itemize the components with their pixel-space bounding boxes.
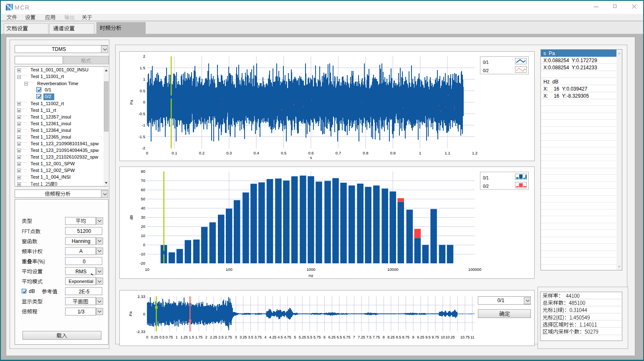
- svg-text:-2: -2: [142, 146, 145, 150]
- svg-text:0.5: 0.5: [140, 88, 145, 93]
- svg-text:3: 3: [235, 335, 237, 339]
- svg-text:0.7: 0.7: [336, 151, 341, 155]
- svg-text:2.25: 2.25: [210, 335, 217, 339]
- svg-text:2: 2: [143, 54, 145, 58]
- svg-text:6.5: 6.5: [337, 335, 342, 339]
- svg-text:11: 11: [470, 335, 474, 339]
- svg-text:Pa: Pa: [129, 99, 134, 104]
- svg-text:Pa: Pa: [128, 311, 133, 316]
- svg-text:1.75: 1.75: [195, 335, 203, 339]
- svg-text:5.75: 5.75: [313, 335, 321, 339]
- svg-text:4.5: 4.5: [278, 335, 283, 339]
- svg-text:-2.33: -2.33: [136, 329, 145, 334]
- svg-text:100000: 100000: [468, 267, 482, 272]
- svg-text:0.25: 0.25: [151, 335, 158, 339]
- svg-text:0: 0: [146, 151, 148, 155]
- svg-text:5: 5: [294, 335, 296, 339]
- svg-text:2.5: 2.5: [218, 335, 224, 339]
- svg-text:1000: 1000: [306, 267, 315, 272]
- svg-text:8.25: 8.25: [387, 335, 395, 339]
- svg-text:0.3: 0.3: [226, 151, 232, 155]
- svg-text:-1: -1: [142, 123, 145, 127]
- svg-text:Hz: Hz: [308, 273, 313, 278]
- svg-text:3.5: 3.5: [248, 335, 253, 339]
- svg-text:10: 10: [145, 267, 149, 272]
- svg-text:40: 40: [141, 206, 145, 210]
- svg-text:7.25: 7.25: [358, 335, 365, 339]
- svg-text:0.1: 0.1: [172, 151, 177, 155]
- svg-text:6: 6: [323, 335, 326, 339]
- svg-text:9.75: 9.75: [432, 335, 439, 339]
- svg-text:1: 1: [419, 151, 421, 155]
- svg-text:-0.5: -0.5: [139, 111, 145, 116]
- svg-text:10000: 10000: [387, 267, 398, 272]
- svg-text:100: 100: [226, 267, 232, 272]
- svg-text:10: 10: [441, 335, 445, 339]
- svg-text:9: 9: [412, 335, 414, 339]
- svg-text:0.5: 0.5: [281, 151, 286, 155]
- svg-text:3.75: 3.75: [254, 335, 262, 339]
- svg-text:0: 0: [143, 242, 145, 247]
- svg-text:4.25: 4.25: [269, 335, 277, 339]
- svg-text:-20: -20: [139, 261, 145, 265]
- svg-text:dB: dB: [129, 215, 134, 220]
- svg-text:0: 0: [143, 312, 145, 316]
- svg-text:0.2: 0.2: [199, 151, 205, 155]
- svg-text:0.4: 0.4: [254, 151, 259, 155]
- svg-text:1: 1: [143, 77, 145, 81]
- svg-text:0.8: 0.8: [363, 151, 368, 155]
- svg-text:0.9: 0.9: [390, 151, 396, 155]
- svg-text:4.75: 4.75: [284, 335, 291, 339]
- svg-text:20: 20: [141, 224, 145, 229]
- svg-text:1.25: 1.25: [180, 335, 188, 339]
- svg-text:-10: -10: [139, 252, 145, 256]
- svg-text:0.6: 0.6: [308, 151, 313, 155]
- svg-text:s: s: [310, 155, 312, 160]
- svg-text:7: 7: [353, 335, 355, 339]
- svg-text:8.5: 8.5: [396, 335, 401, 339]
- svg-text:2.75: 2.75: [225, 335, 232, 339]
- svg-text:10.25: 10.25: [445, 335, 455, 339]
- svg-text:2: 2: [205, 335, 207, 339]
- svg-text:80: 80: [141, 169, 145, 174]
- svg-text:30: 30: [141, 215, 145, 220]
- svg-text:5.25: 5.25: [299, 335, 306, 339]
- svg-text:0/2: 0/2: [483, 184, 489, 189]
- svg-text:9.25: 9.25: [417, 335, 424, 339]
- svg-text:1.5: 1.5: [140, 66, 145, 70]
- svg-text:6.25: 6.25: [328, 335, 336, 339]
- svg-text:1: 1: [176, 335, 178, 339]
- svg-text:7.5: 7.5: [366, 335, 372, 339]
- svg-text:10.75: 10.75: [460, 335, 470, 339]
- svg-text:0.5: 0.5: [159, 335, 165, 339]
- svg-text:9.5: 9.5: [425, 335, 431, 339]
- svg-text:8.75: 8.75: [402, 335, 410, 339]
- svg-text:50: 50: [141, 197, 145, 201]
- svg-text:3.25: 3.25: [240, 335, 247, 339]
- svg-text:5.5: 5.5: [307, 335, 313, 339]
- svg-text:70: 70: [141, 178, 145, 183]
- svg-text:1.1: 1.1: [444, 151, 450, 155]
- svg-text:6.75: 6.75: [343, 335, 351, 339]
- svg-text:0/2: 0/2: [483, 68, 489, 73]
- svg-text:0: 0: [146, 335, 148, 339]
- svg-text:1.5: 1.5: [189, 335, 194, 339]
- svg-text:0.75: 0.75: [166, 335, 173, 339]
- svg-text:0/1: 0/1: [483, 176, 489, 180]
- svg-text:0: 0: [143, 100, 145, 104]
- svg-text:-1.5: -1.5: [139, 134, 145, 139]
- svg-text:0/1: 0/1: [483, 60, 489, 65]
- svg-text:2.33: 2.33: [138, 294, 146, 299]
- svg-text:8: 8: [383, 335, 385, 339]
- svg-text:7.75: 7.75: [373, 335, 380, 339]
- svg-text:1.2: 1.2: [472, 151, 477, 155]
- svg-text:4: 4: [264, 335, 266, 339]
- svg-text:60: 60: [141, 187, 145, 192]
- svg-text:10: 10: [141, 233, 145, 238]
